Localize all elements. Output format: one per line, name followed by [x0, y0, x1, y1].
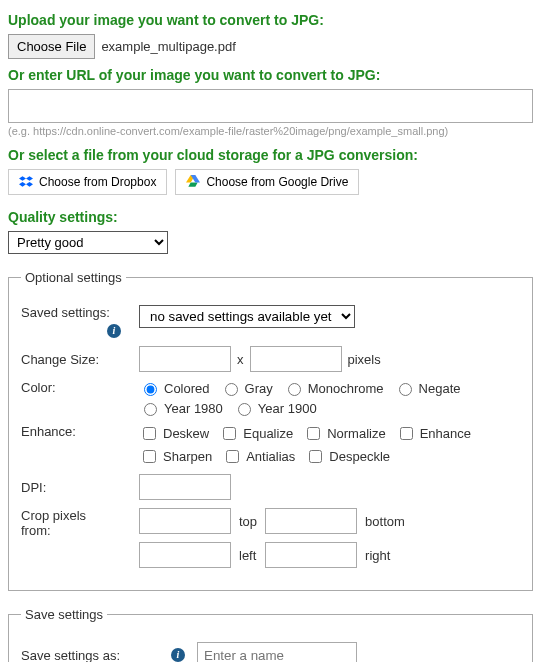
enhance-sharpen-checkbox[interactable] [143, 450, 156, 463]
color-colored-radio[interactable] [144, 383, 157, 396]
crop-left-label: left [239, 548, 257, 563]
enhance-label: Enhance: [21, 424, 121, 439]
enhance-equalize-label: Equalize [243, 426, 293, 441]
optional-settings-legend: Optional settings [21, 270, 126, 285]
crop-label-1: Crop pixels [21, 508, 121, 523]
dropbox-button-label: Choose from Dropbox [39, 175, 156, 189]
crop-top-label: top [239, 514, 257, 529]
dropbox-button[interactable]: Choose from Dropbox [8, 169, 167, 195]
info-icon[interactable]: i [107, 324, 121, 338]
enhance-deskew-label: Deskew [163, 426, 209, 441]
enhance-enhance-checkbox[interactable] [400, 427, 413, 440]
gdrive-button[interactable]: Choose from Google Drive [175, 169, 359, 195]
crop-bottom-input[interactable] [265, 508, 357, 534]
color-negate-radio[interactable] [399, 383, 412, 396]
change-size-label: Change Size: [21, 352, 121, 367]
upload-heading: Upload your image you want to convert to… [8, 12, 533, 28]
gdrive-button-label: Choose from Google Drive [206, 175, 348, 189]
saved-settings-select[interactable]: no saved settings available yet [139, 305, 355, 328]
color-monochrome-radio[interactable] [288, 383, 301, 396]
dpi-input[interactable] [139, 474, 231, 500]
crop-right-label: right [365, 548, 405, 563]
pixels-label: pixels [348, 352, 381, 367]
enhance-despeckle-checkbox[interactable] [309, 450, 322, 463]
save-settings-legend: Save settings [21, 607, 107, 622]
crop-bottom-label: bottom [365, 514, 405, 529]
enhance-sharpen-label: Sharpen [163, 449, 212, 464]
color-y1900-label: Year 1900 [258, 401, 317, 416]
enhance-despeckle-label: Despeckle [329, 449, 390, 464]
dropbox-icon [19, 175, 33, 189]
url-input[interactable] [8, 89, 533, 123]
saved-settings-label: Saved settings: [21, 305, 121, 320]
color-y1980-label: Year 1980 [164, 401, 223, 416]
color-label: Color: [21, 380, 121, 395]
enhance-antialias-label: Antialias [246, 449, 295, 464]
cloud-heading: Or select a file from your cloud storage… [8, 147, 533, 163]
save-settings-label: Save settings as: [21, 648, 171, 663]
color-y1900-radio[interactable] [238, 403, 251, 416]
dpi-label: DPI: [21, 480, 121, 495]
height-input[interactable] [250, 346, 342, 372]
color-y1980-radio[interactable] [144, 403, 157, 416]
crop-left-input[interactable] [139, 542, 231, 568]
crop-right-input[interactable] [265, 542, 357, 568]
color-gray-radio[interactable] [225, 383, 238, 396]
optional-settings-fieldset: Optional settings Saved settings: i no s… [8, 270, 533, 591]
quality-select[interactable]: Pretty good [8, 231, 168, 254]
crop-top-input[interactable] [139, 508, 231, 534]
info-icon[interactable]: i [171, 648, 185, 662]
selected-filename: example_multipage.pdf [101, 39, 235, 54]
width-input[interactable] [139, 346, 231, 372]
choose-file-button[interactable]: Choose File [8, 34, 95, 59]
enhance-enhance-label: Enhance [420, 426, 471, 441]
save-name-input[interactable] [197, 642, 357, 662]
enhance-deskew-checkbox[interactable] [143, 427, 156, 440]
crop-label-2: from: [21, 523, 121, 538]
color-colored-label: Colored [164, 381, 210, 396]
color-gray-label: Gray [245, 381, 273, 396]
x-label: x [237, 352, 244, 367]
enhance-equalize-checkbox[interactable] [223, 427, 236, 440]
enhance-normalize-label: Normalize [327, 426, 386, 441]
color-negate-label: Negate [419, 381, 461, 396]
url-example-text: (e.g. https://cdn.online-convert.com/exa… [8, 125, 533, 137]
quality-heading: Quality settings: [8, 209, 533, 225]
google-drive-icon [186, 175, 200, 189]
save-settings-fieldset: Save settings Save settings as: i [8, 607, 533, 662]
enhance-normalize-checkbox[interactable] [307, 427, 320, 440]
url-heading: Or enter URL of your image you want to c… [8, 67, 533, 83]
color-monochrome-label: Monochrome [308, 381, 384, 396]
enhance-antialias-checkbox[interactable] [226, 450, 239, 463]
